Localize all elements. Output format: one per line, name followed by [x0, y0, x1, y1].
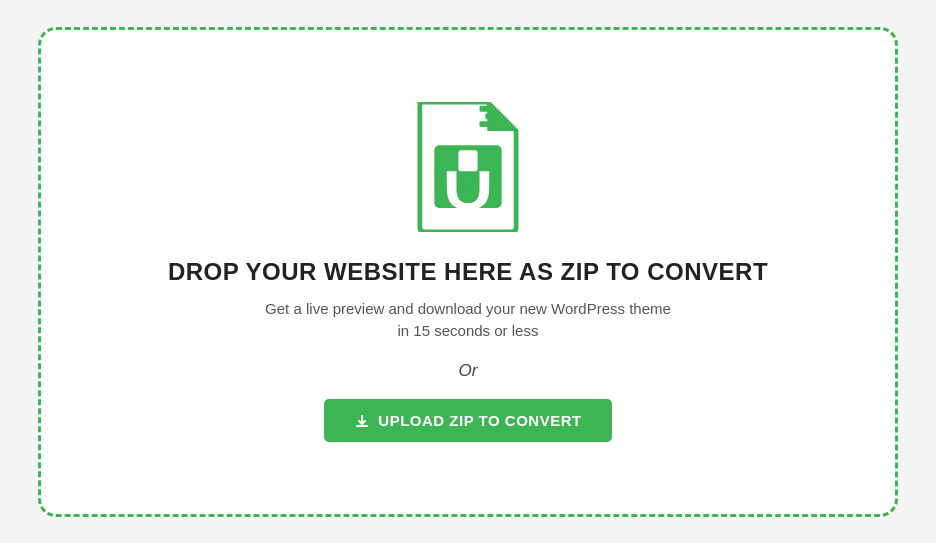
drop-zone[interactable]: DROP YOUR WEBSITE HERE AS ZIP TO CONVERT… — [38, 27, 898, 517]
upload-icon — [354, 412, 370, 428]
or-label: Or — [459, 361, 478, 381]
svg-rect-2 — [480, 121, 490, 127]
zip-file-icon — [408, 102, 528, 236]
drop-heading: DROP YOUR WEBSITE HERE AS ZIP TO CONVERT — [168, 258, 768, 286]
svg-rect-4 — [458, 150, 477, 171]
svg-point-5 — [458, 183, 477, 202]
svg-rect-6 — [356, 425, 368, 427]
upload-button-label: UPLOAD ZIP TO CONVERT — [378, 412, 581, 429]
svg-rect-0 — [480, 105, 490, 111]
drop-subtext: Get a live preview and download your new… — [265, 298, 671, 343]
upload-zip-button[interactable]: UPLOAD ZIP TO CONVERT — [324, 399, 611, 442]
svg-rect-1 — [485, 113, 495, 119]
